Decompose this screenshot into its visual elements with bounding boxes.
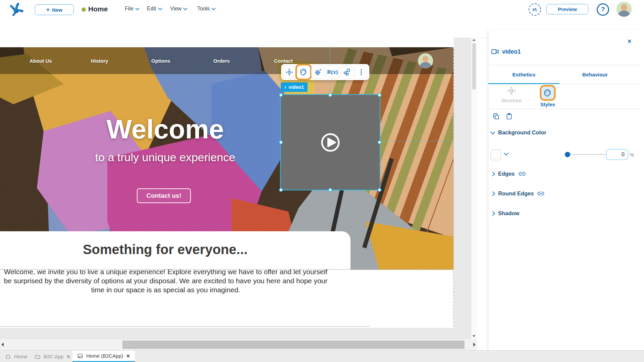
new-button-label: New [52, 7, 62, 13]
resize-handle-n[interactable] [328, 93, 332, 97]
resize-handle-nw[interactable] [279, 93, 283, 97]
properties-panel: ✕ video1 Esthetics Behaviour Structure S… [488, 30, 644, 350]
bottom-tab-home-b2capp[interactable]: Home (B2CApp) ✕ [72, 351, 135, 362]
resize-handle-s[interactable] [328, 188, 332, 192]
content-end-dotted [0, 326, 370, 327]
resize-handle-ne[interactable] [378, 93, 381, 97]
menu-tools[interactable]: Tools [197, 6, 215, 12]
color-swatch[interactable] [490, 149, 501, 160]
section-shadow[interactable]: Shadow [491, 210, 519, 217]
shadow-label: Shadow [498, 210, 519, 217]
close-icon[interactable]: ✕ [627, 38, 632, 45]
bottom-tab-b2c-app[interactable]: B2C App ✕ [35, 351, 70, 362]
chevron-left-icon: ‹ [284, 84, 286, 90]
chevron-down-icon [135, 6, 140, 10]
menu-view[interactable]: View [170, 6, 187, 12]
nav-link-options[interactable]: Options [151, 58, 170, 64]
section-round-edges[interactable]: Round Edges [491, 190, 544, 197]
video1-element[interactable] [281, 95, 380, 190]
more-options-button[interactable] [355, 65, 368, 79]
chevron-down-icon[interactable] [504, 151, 508, 156]
scroll-up-icon[interactable] [472, 39, 476, 41]
nav-link-contact[interactable]: Contact [274, 58, 293, 64]
link-icon[interactable] [519, 170, 526, 177]
subtab-styles-label: Styles [540, 102, 555, 107]
video-play-icon[interactable] [320, 132, 341, 153]
opacity-slider-track[interactable] [567, 154, 605, 155]
opacity-input[interactable] [606, 149, 628, 160]
new-button[interactable]: + New [35, 4, 74, 15]
scroll-right-icon[interactable] [473, 343, 476, 347]
move-element-button[interactable] [282, 65, 296, 79]
contact-us-button[interactable]: Contact us! [137, 188, 191, 203]
section-title[interactable]: Something for everyone... [0, 242, 330, 257]
close-tab-icon[interactable]: ✕ [126, 353, 130, 359]
design-page[interactable]: About Us History Options Orders Contact … [0, 38, 454, 328]
opacity-slider-knob[interactable] [565, 152, 570, 157]
nav-link-about[interactable]: About Us [30, 58, 52, 64]
chevron-right-icon [490, 191, 495, 196]
chevron-down-icon [490, 129, 495, 134]
help-icon[interactable]: ? [597, 3, 609, 16]
element-toolbar: R(x) [281, 64, 369, 80]
opacity-unit-label: % [630, 152, 634, 158]
settings-element-button[interactable] [311, 65, 325, 79]
section-boundary-dotted [0, 269, 454, 270]
user-avatar[interactable] [616, 2, 632, 17]
resize-handle-se[interactable] [378, 188, 381, 192]
formula-icon: R(x) [327, 69, 338, 75]
section-edges[interactable]: Edges [491, 170, 526, 177]
vertical-scrollbar-thumb[interactable] [472, 43, 476, 90]
styles-element-button[interactable] [297, 65, 310, 79]
app-logo-icon[interactable] [9, 2, 23, 17]
menu-edit[interactable]: Edit [147, 6, 162, 12]
nav-link-history[interactable]: History [91, 58, 108, 64]
subtab-styles[interactable]: Styles [529, 86, 566, 107]
edges-label: Edges [498, 171, 515, 177]
chevron-down-icon [183, 6, 188, 10]
palette-icon [300, 68, 308, 76]
tab-behaviour[interactable]: Behaviour [559, 65, 631, 84]
doc-status-dot [82, 7, 86, 12]
preview-button[interactable]: Preview [546, 4, 588, 14]
site-nav-avatar[interactable] [418, 53, 433, 68]
chevron-down-icon [211, 6, 216, 10]
paste-icon[interactable] [505, 113, 513, 120]
close-tab-icon[interactable]: ✕ [66, 354, 70, 359]
scroll-down-icon[interactable] [472, 335, 476, 337]
link-icon[interactable] [537, 190, 544, 197]
chevron-right-icon [490, 171, 495, 176]
bottom-tab-label: Home (B2CApp) [86, 353, 123, 359]
selection-tag-label: video1 [288, 84, 304, 90]
formula-element-button[interactable]: R(x) [326, 65, 339, 79]
kebab-icon [358, 68, 365, 76]
panel-title: video1 [502, 48, 521, 55]
selection-tag[interactable]: ‹ video1 [281, 82, 308, 92]
alignment-guide-horizontal [380, 141, 453, 141]
section-background-color[interactable]: Background Color [491, 129, 546, 136]
bottom-tab-label: B2C App [44, 354, 63, 359]
nav-link-orders[interactable]: Orders [213, 58, 230, 64]
resize-handle-e[interactable] [378, 140, 381, 144]
background-color-label: Background Color [498, 129, 546, 136]
design-canvas: About Us History Options Orders Contact … [0, 38, 477, 350]
palette-icon [543, 88, 552, 97]
avatar-photo [616, 2, 632, 17]
video-camera-icon [491, 48, 499, 56]
chevron-down-icon [158, 6, 162, 10]
section-paragraph[interactable]: Welcome, we invite you to live a unique … [2, 267, 330, 294]
tab-esthetics[interactable]: Esthetics [488, 65, 559, 84]
horizontal-scrollbar-thumb[interactable] [122, 341, 465, 349]
connections-element-button[interactable] [340, 65, 354, 79]
bottom-tab-home[interactable]: Home [5, 351, 28, 362]
resize-handle-w[interactable] [279, 140, 283, 144]
panel-header: video1 [491, 48, 521, 56]
subtab-structure[interactable]: Structure [493, 86, 530, 103]
app-window: + New Home File Edit View Tools IA Previ… [0, 0, 644, 362]
ia-badge-icon[interactable]: IA [529, 3, 541, 16]
resize-handle-sw[interactable] [279, 188, 283, 192]
scroll-left-icon[interactable] [1, 343, 4, 347]
home-icon [5, 354, 11, 360]
menu-file[interactable]: File [125, 6, 139, 12]
copy-icon[interactable] [492, 113, 500, 120]
